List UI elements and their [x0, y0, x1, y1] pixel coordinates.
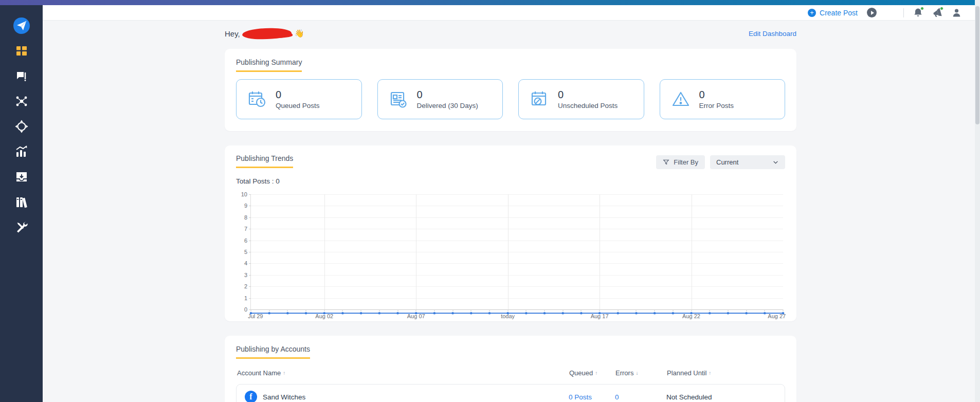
- data-point: [341, 312, 344, 315]
- y-axis-tick-label: 3: [244, 272, 247, 278]
- data-point: [323, 312, 325, 315]
- data-point: [378, 312, 381, 315]
- data-point: [525, 312, 528, 315]
- chart-plot-area: 012345678910Jul 29Aug 02Aug 07todayAug 1…: [250, 194, 783, 310]
- queued-posts-value: 0: [276, 89, 320, 101]
- sort-asc-icon: ↑: [595, 370, 597, 376]
- data-point: [305, 312, 307, 315]
- publishing-trends-title: Publishing Trends: [236, 154, 293, 168]
- notifications-bell-icon[interactable]: [913, 8, 923, 17]
- data-point: [286, 312, 289, 315]
- dashboard-grid-icon[interactable]: [11, 41, 32, 61]
- y-axis-tick-label: 8: [244, 214, 247, 221]
- document-check-icon: [388, 89, 409, 109]
- edit-dashboard-link[interactable]: Edit Dashboard: [749, 30, 796, 38]
- y-axis-tick-label: 9: [244, 203, 247, 209]
- create-post-button[interactable]: + Create Post: [808, 9, 858, 17]
- media-library-icon[interactable]: [11, 192, 32, 212]
- data-point: [360, 312, 362, 315]
- unscheduled-posts-value: 0: [558, 89, 618, 101]
- data-point: [598, 312, 601, 315]
- y-axis-tick-label: 7: [244, 226, 247, 232]
- facebook-icon: f: [245, 391, 257, 402]
- notification-badge: [920, 7, 924, 10]
- data-point: [580, 312, 583, 315]
- queued-posts-card[interactable]: 0 Queued Posts: [236, 79, 362, 119]
- y-axis-tick-label: 10: [241, 191, 247, 197]
- header-divider: [903, 8, 904, 17]
- announcements-megaphone-icon[interactable]: [932, 8, 942, 18]
- funnel-icon: [663, 159, 669, 166]
- y-axis-tick-label: 6: [244, 237, 247, 244]
- data-point: [506, 312, 509, 315]
- announcement-badge: [940, 7, 943, 10]
- column-planned-until[interactable]: Planned Until↑: [667, 369, 785, 377]
- data-point: [433, 312, 436, 315]
- delivered-posts-label: Delivered (30 Days): [417, 102, 478, 109]
- data-point: [672, 312, 675, 315]
- data-point: [543, 312, 546, 315]
- summary-cards-row: 0 Queued Posts 0 Delivered (30 Days): [236, 79, 785, 119]
- calendar-slash-icon: [529, 89, 550, 109]
- sort-asc-icon: ↑: [709, 370, 711, 376]
- column-account-name[interactable]: Account Name↑: [237, 369, 569, 377]
- queued-posts-label: Queued Posts: [276, 102, 320, 109]
- social-network-icon[interactable]: [11, 91, 32, 112]
- range-select[interactable]: Current: [710, 155, 785, 169]
- error-posts-value: 0: [699, 89, 734, 101]
- page-scrollbar: [975, 0, 980, 402]
- data-point: [727, 312, 730, 315]
- column-errors[interactable]: Errors↓: [615, 369, 667, 377]
- data-point: [709, 312, 711, 315]
- plus-circle-icon: +: [808, 9, 816, 17]
- paper-plane-logo-icon[interactable]: [11, 15, 32, 36]
- discover-compass-icon[interactable]: [11, 116, 32, 137]
- data-point: [617, 312, 620, 315]
- apps-grid-icon[interactable]: [886, 9, 894, 17]
- inbox-tray-icon[interactable]: [11, 167, 32, 187]
- top-header: + Create Post: [43, 5, 975, 21]
- accounts-table-header: Account Name↑ Queued↑ Errors↓ Planned Un…: [236, 369, 785, 377]
- error-posts-card[interactable]: 0 Error Posts: [660, 79, 786, 119]
- main-content: Hey, 👋 Edit Dashboard Publishing Summary…: [43, 21, 975, 402]
- chevron-down-icon: [772, 159, 779, 166]
- y-axis-tick-label: 5: [244, 249, 247, 255]
- wave-emoji: 👋: [295, 29, 304, 38]
- user-profile-icon[interactable]: [952, 8, 961, 17]
- chat-compose-icon[interactable]: [11, 66, 32, 86]
- error-posts-label: Error Posts: [699, 102, 734, 109]
- accounts-table-body: f Sand Witches 0 Posts 0 Not Scheduled: [236, 384, 785, 402]
- warning-triangle-icon: [670, 89, 691, 109]
- data-point: [396, 312, 399, 315]
- errors-link[interactable]: 0: [615, 393, 666, 401]
- play-circle-icon[interactable]: [867, 8, 877, 17]
- trend-line-series: [251, 194, 783, 314]
- data-point: [268, 312, 270, 315]
- create-post-label: Create Post: [820, 9, 858, 17]
- y-axis-tick-label: 0: [244, 306, 247, 313]
- y-axis-tick-label: 1: [244, 295, 247, 301]
- greeting-text: Hey,: [225, 29, 240, 38]
- greeting: Hey, 👋: [225, 28, 304, 39]
- column-queued[interactable]: Queued↑: [569, 369, 615, 377]
- tools-wrench-icon[interactable]: [11, 217, 32, 237]
- delivered-posts-card[interactable]: 0 Delivered (30 Days): [377, 79, 503, 119]
- publishing-trends-card: Publishing Trends Filter By Current Tota…: [225, 145, 796, 321]
- account-cell: f Sand Witches: [245, 391, 569, 402]
- data-point: [764, 312, 766, 315]
- sort-asc-icon: ↑: [283, 370, 285, 376]
- data-point: [635, 312, 638, 315]
- data-point: [415, 312, 418, 315]
- unscheduled-posts-card[interactable]: 0 Unscheduled Posts: [518, 79, 644, 119]
- analytics-chart-icon[interactable]: [11, 141, 32, 162]
- data-point: [470, 312, 473, 315]
- top-gradient-strip: [0, 0, 975, 5]
- data-point: [451, 312, 454, 315]
- filter-by-button[interactable]: Filter By: [656, 155, 705, 169]
- y-axis-tick-label: 4: [244, 260, 247, 266]
- queued-posts-link[interactable]: 0 Posts: [569, 393, 615, 401]
- scrollbar-thumb[interactable]: [975, 6, 979, 124]
- publishing-by-accounts-card: Publishing by Accounts Account Name↑ Que…: [225, 336, 796, 402]
- sort-desc-icon: ↓: [636, 370, 638, 376]
- range-selected-value: Current: [716, 158, 738, 166]
